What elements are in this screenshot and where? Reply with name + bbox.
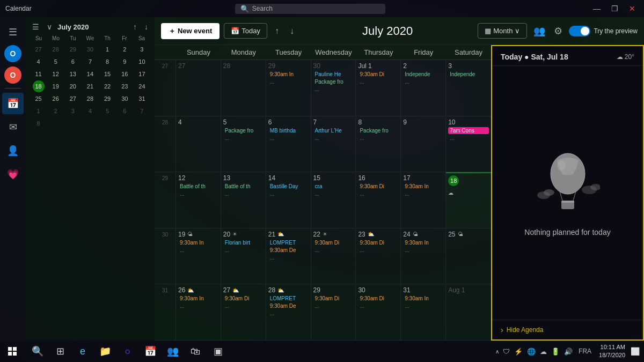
next-month-button[interactable]: ↓ [287, 24, 297, 38]
calendar-day-cell[interactable]: 309:30am Di... [356, 284, 401, 340]
calendar-day-cell[interactable]: 2Independe... [401, 60, 446, 116]
mini-cal-date[interactable]: 30 [119, 93, 130, 105]
volume-icon[interactable]: 🔊 [562, 346, 574, 357]
mini-cal-date[interactable]: 17 [136, 68, 148, 80]
toggle-switch[interactable] [569, 26, 590, 36]
calendar-day-cell[interactable]: 27 ⛅9:30am Di... [221, 284, 266, 340]
mini-cal-date[interactable]: 6 [67, 56, 79, 68]
calendar-event[interactable]: ... [268, 310, 309, 317]
mini-cal-date[interactable]: 1 [33, 105, 45, 117]
search-input[interactable] [252, 5, 380, 12]
people-button[interactable]: 👥 [531, 23, 547, 39]
calendar-event[interactable]: Independe [448, 71, 489, 78]
calendar-day-cell[interactable]: 107am Cons... [446, 116, 491, 172]
calendar-event[interactable]: ... [268, 254, 309, 261]
taskbar-task-view-icon[interactable]: ⊞ [49, 341, 71, 362]
mini-cal-date[interactable]: 27 [33, 43, 45, 55]
taskbar-calendar-icon[interactable]: 📅 [140, 341, 161, 362]
mini-cal-date[interactable]: 5 [50, 56, 62, 68]
calendar-event[interactable]: 9:30am Di [358, 239, 398, 246]
calendar-day-cell[interactable]: 9 [401, 116, 446, 172]
mini-cal-expand[interactable]: ☰ [30, 21, 41, 32]
onedrive-icon[interactable]: ☁ [538, 346, 548, 357]
taskbar-clock[interactable]: 10:11 AM 18/7/2020 [596, 342, 628, 361]
mini-cal-date[interactable]: 7 [136, 105, 148, 117]
calendar-day-cell[interactable]: Jul 19:30am Di... [356, 60, 401, 116]
calendar-event[interactable]: ... [178, 190, 218, 197]
calendar-event[interactable]: ... [268, 78, 309, 85]
calendar-event[interactable]: 9:30am Di [313, 239, 354, 246]
mini-cal-date[interactable]: 5 [101, 105, 113, 117]
calendar-event[interactable]: 9:30am In [403, 295, 443, 302]
mini-cal-prev[interactable]: ↑ [131, 21, 139, 32]
mini-cal-date[interactable]: 6 [119, 105, 130, 117]
mini-cal-date[interactable]: 10 [136, 56, 148, 68]
mini-cal-collapse[interactable]: ∨ [45, 21, 54, 32]
calendar-event[interactable]: 9:30am Di [358, 71, 398, 78]
calendar-event[interactable]: ... [358, 302, 398, 309]
calendar-event[interactable]: ... [403, 247, 443, 254]
start-button[interactable] [0, 341, 25, 362]
calendar-day-cell[interactable]: 22 ☀9:30am Di... [311, 228, 356, 284]
mini-cal-date[interactable]: 27 [67, 93, 79, 105]
calendar-event[interactable]: ... [178, 302, 218, 309]
calendar-event[interactable]: ... [268, 190, 309, 197]
calendar-event[interactable]: ... [358, 135, 398, 142]
mini-cal-date[interactable]: 19 [50, 80, 62, 92]
calendar-day-cell[interactable]: 20 ☀Florian birt... [221, 228, 266, 284]
defender-icon[interactable]: 🛡 [501, 346, 511, 357]
taskbar-edge-icon[interactable]: e [72, 341, 93, 362]
office-icon[interactable]: O [4, 67, 21, 84]
calendar-event[interactable]: ... [358, 78, 398, 85]
notification-icon[interactable]: ⬜ [631, 347, 640, 356]
mini-cal-date[interactable]: 8 [101, 56, 113, 68]
calendar-event[interactable]: ... [448, 135, 489, 142]
mini-cal-date[interactable]: 25 [33, 93, 45, 105]
calendar-event[interactable]: ... [358, 190, 398, 197]
to-do-nav-button[interactable]: 💗 [2, 164, 24, 185]
network-icon[interactable]: ⚡ [513, 346, 524, 357]
calendar-day-cell[interactable]: 3Independe [446, 60, 491, 116]
calendar-event[interactable]: LOMPRET [268, 239, 309, 246]
calendar-event[interactable]: ... [313, 135, 354, 142]
taskbar-cortana-icon[interactable]: ○ [117, 341, 138, 362]
mini-cal-date[interactable]: 15 [101, 68, 113, 80]
taskbar-people-icon[interactable]: 👥 [162, 341, 184, 362]
calendar-day-cell[interactable]: 21 ⛅LOMPRET9:30am De... [266, 228, 311, 284]
mini-cal-date[interactable]: 14 [84, 68, 96, 80]
mini-cal-date[interactable]: 26 [50, 93, 62, 105]
calendar-day-cell[interactable]: 28 ⛅LOMPRET9:30am De... [266, 284, 311, 340]
calendar-day-cell[interactable]: 299:30am Di... [311, 284, 356, 340]
hamburger-menu-button[interactable]: ☰ [2, 21, 24, 43]
calendar-day-cell[interactable]: 319:30am In... [401, 284, 446, 340]
mini-cal-date[interactable]: 13 [67, 68, 79, 80]
calendar-event[interactable]: Package fro [223, 127, 264, 134]
calendar-day-cell[interactable]: 18☁ [446, 172, 491, 228]
mini-cal-date[interactable]: 8 [33, 117, 45, 129]
taskbar-terminal-icon[interactable]: ▣ [207, 341, 229, 362]
maximize-button[interactable]: ❐ [607, 4, 623, 13]
mini-cal-date[interactable]: 29 [67, 43, 79, 55]
view-selector-button[interactable]: ▦ Month ∨ [478, 23, 527, 39]
calendar-day-cell[interactable]: 26 ⛅9:30am In... [176, 284, 221, 340]
calendar-event[interactable]: Package fro [313, 78, 354, 85]
mini-cal-date[interactable]: 9 [119, 56, 130, 68]
mini-cal-date[interactable]: 28 [84, 93, 96, 105]
calendar-event[interactable]: 9:30am In [268, 71, 309, 78]
taskbar-explorer-icon[interactable]: 📁 [94, 341, 116, 362]
preview-toggle[interactable]: Try the preview [569, 26, 638, 36]
calendar-event[interactable]: ... [223, 190, 264, 197]
calendar-event[interactable]: 9:30am Di [358, 295, 398, 302]
mini-cal-date[interactable]: 20 [67, 80, 79, 92]
calendar-event[interactable]: ... [268, 135, 309, 142]
calendar-event[interactable]: ... [313, 86, 354, 93]
mini-cal-date[interactable]: 12 [50, 68, 62, 80]
calendar-day-cell[interactable]: 27 [176, 60, 221, 116]
calendar-event[interactable]: ... [313, 302, 354, 309]
calendar-day-cell[interactable]: 19 🌤9:30am In... [176, 228, 221, 284]
calendar-day-cell[interactable]: 4 [176, 116, 221, 172]
battery-icon[interactable]: 🔋 [550, 346, 561, 357]
calendar-day-cell[interactable]: 25 🌤 [446, 228, 491, 284]
calendar-event[interactable]: ... [313, 190, 354, 197]
mini-cal-date[interactable]: 28 [50, 43, 62, 55]
